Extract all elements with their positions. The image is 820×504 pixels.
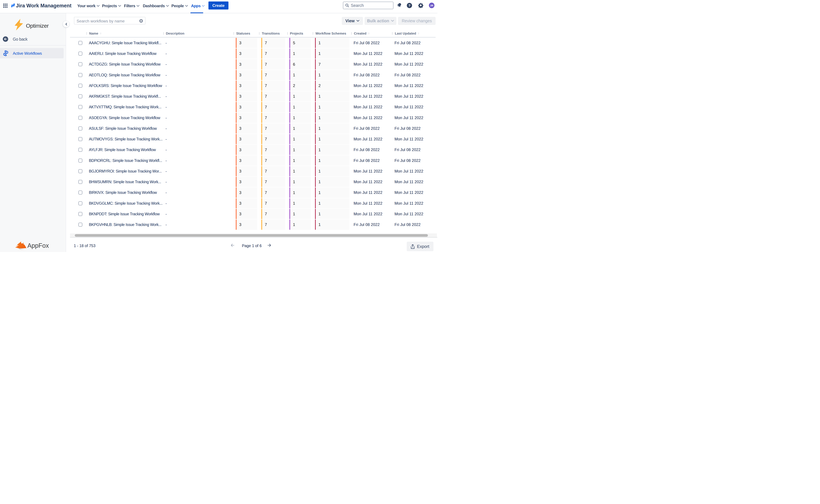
- svg-text:?: ?: [408, 4, 410, 7]
